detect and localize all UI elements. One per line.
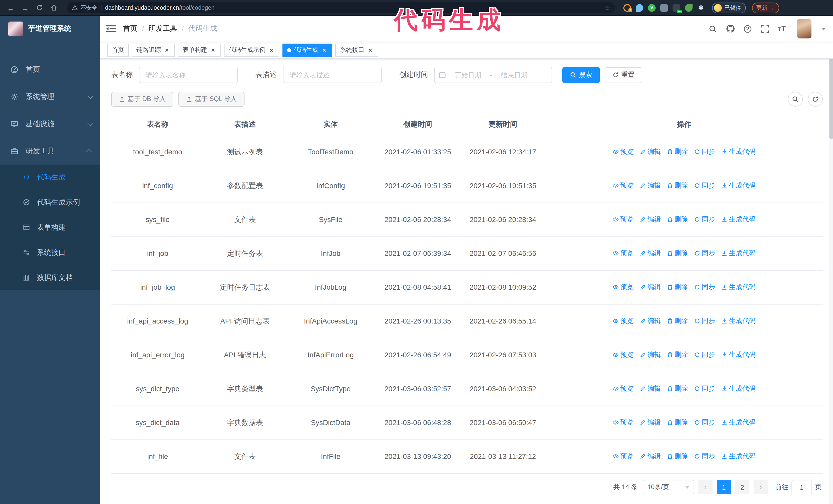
preview-link[interactable]: 预览 xyxy=(613,451,634,462)
generate-code-link[interactable]: 生成代码 xyxy=(721,146,756,157)
edit-link[interactable]: 编辑 xyxy=(640,316,661,326)
start-date-input[interactable] xyxy=(448,71,488,79)
next-page-button[interactable]: › xyxy=(754,480,768,494)
edit-link[interactable]: 编辑 xyxy=(640,350,661,360)
tab-form-builder[interactable]: 表单构建× xyxy=(178,43,221,57)
extension-icon-vue-devtools[interactable]: V xyxy=(648,4,656,11)
close-icon[interactable]: × xyxy=(321,47,328,53)
edit-link[interactable]: 编辑 xyxy=(640,282,661,292)
reload-icon[interactable] xyxy=(34,2,45,13)
delete-link[interactable]: 删除 xyxy=(667,214,688,225)
sidebar-item-system-api[interactable]: 系统接口 xyxy=(0,240,100,265)
table-desc-input[interactable] xyxy=(283,67,382,83)
generate-code-link[interactable]: 生成代码 xyxy=(721,350,756,360)
sync-link[interactable]: 同步 xyxy=(694,146,715,157)
date-range-picker[interactable]: - xyxy=(434,67,552,83)
help-icon[interactable] xyxy=(743,24,752,33)
tab-home[interactable]: 首页 xyxy=(107,43,129,57)
tab-system-api[interactable]: 系统接口× xyxy=(335,43,378,57)
page-button-1[interactable]: 1 xyxy=(717,480,731,494)
generate-code-link[interactable]: 生成代码 xyxy=(721,180,756,191)
scrollbar[interactable] xyxy=(829,16,833,504)
preview-link[interactable]: 预览 xyxy=(613,417,634,428)
page-size-select[interactable]: 10条/页 xyxy=(643,480,694,494)
home-icon[interactable] xyxy=(48,2,60,13)
delete-link[interactable]: 删除 xyxy=(667,451,688,462)
forward-icon[interactable]: → xyxy=(20,2,31,13)
page-button-2[interactable]: 2 xyxy=(735,480,749,494)
close-icon[interactable]: × xyxy=(164,47,170,53)
close-icon[interactable]: × xyxy=(367,47,374,53)
edit-link[interactable]: 编辑 xyxy=(640,383,661,394)
sidebar-item-codegen-example[interactable]: 代码生成示例 xyxy=(0,190,100,215)
delete-link[interactable]: 删除 xyxy=(667,282,688,292)
tab-codegen-example[interactable]: 代码生成示例× xyxy=(224,43,279,57)
import-db-button[interactable]: 基于 DB 导入 xyxy=(111,92,173,106)
sidebar-item-home[interactable]: 首页 xyxy=(0,56,100,83)
edit-link[interactable]: 编辑 xyxy=(640,180,661,191)
generate-code-link[interactable]: 生成代码 xyxy=(721,451,756,462)
reset-button[interactable]: 重置 xyxy=(605,67,642,83)
address-bar[interactable]: 不安全 dashboard.yudao.iocoder.cn/tool/code… xyxy=(67,2,615,13)
extension-icon-orange-ring[interactable]: 1 xyxy=(623,4,631,11)
prev-page-button[interactable]: ‹ xyxy=(698,480,713,494)
delete-link[interactable]: 删除 xyxy=(667,146,688,157)
bookmark-star-icon[interactable]: ☆ xyxy=(604,4,610,11)
sync-link[interactable]: 同步 xyxy=(694,180,715,191)
sidebar-item-db-doc[interactable]: 数据库文档 xyxy=(0,265,100,290)
sync-link[interactable]: 同步 xyxy=(694,214,715,225)
preview-link[interactable]: 预览 xyxy=(613,146,634,157)
tab-trace[interactable]: 链路追踪× xyxy=(132,43,175,57)
font-size-icon[interactable]: ᴛT xyxy=(778,25,786,33)
delete-link[interactable]: 删除 xyxy=(667,316,688,326)
edit-link[interactable]: 编辑 xyxy=(640,214,661,225)
import-sql-button[interactable]: 基于 SQL 导入 xyxy=(178,92,244,106)
sync-link[interactable]: 同步 xyxy=(694,451,715,462)
delete-link[interactable]: 删除 xyxy=(667,383,688,394)
preview-link[interactable]: 预览 xyxy=(613,282,634,292)
sync-link[interactable]: 同步 xyxy=(694,383,715,394)
app-logo-row[interactable]: 芋道管理系统 xyxy=(0,16,100,42)
caret-down-icon[interactable] xyxy=(822,27,826,30)
sync-link[interactable]: 同步 xyxy=(694,316,715,326)
generate-code-link[interactable]: 生成代码 xyxy=(721,248,756,259)
table-name-input[interactable] xyxy=(139,67,238,83)
security-warning[interactable]: 不安全 xyxy=(72,4,97,11)
close-icon[interactable]: × xyxy=(268,47,275,53)
generate-code-link[interactable]: 生成代码 xyxy=(721,417,756,428)
delete-link[interactable]: 删除 xyxy=(667,417,688,428)
delete-link[interactable]: 删除 xyxy=(667,180,688,191)
generate-code-link[interactable]: 生成代码 xyxy=(721,282,756,292)
end-date-input[interactable] xyxy=(494,71,534,79)
browser-update-button[interactable]: 更新 ⋮ xyxy=(752,2,779,13)
delete-link[interactable]: 删除 xyxy=(667,350,688,360)
refresh-table-button[interactable] xyxy=(808,92,823,106)
extension-icon-grey-cube[interactable] xyxy=(660,4,668,11)
preview-link[interactable]: 预览 xyxy=(613,383,634,394)
sync-link[interactable]: 同步 xyxy=(694,350,715,360)
avatar[interactable] xyxy=(797,19,811,39)
toggle-search-button[interactable] xyxy=(788,92,803,106)
generate-code-link[interactable]: 生成代码 xyxy=(721,214,756,225)
sidebar-item-devtools[interactable]: 研发工具 xyxy=(0,137,100,165)
sync-link[interactable]: 同步 xyxy=(694,248,715,259)
extension-icon-green-leaf[interactable] xyxy=(685,4,693,11)
sidebar-item-infra[interactable]: 基础设施 xyxy=(0,110,100,137)
breadcrumb-devtools[interactable]: 研发工具 xyxy=(148,24,177,33)
fullscreen-icon[interactable] xyxy=(760,24,770,33)
preview-link[interactable]: 预览 xyxy=(613,214,634,225)
close-icon[interactable]: × xyxy=(210,47,216,53)
generate-code-link[interactable]: 生成代码 xyxy=(721,316,756,326)
search-button[interactable]: 搜索 xyxy=(562,67,600,83)
browser-profile-chip[interactable]: 已暂停 xyxy=(712,2,746,13)
delete-link[interactable]: 删除 xyxy=(667,248,688,259)
edit-link[interactable]: 编辑 xyxy=(640,146,661,157)
tab-codegen[interactable]: 代码生成× xyxy=(282,43,332,57)
back-icon[interactable]: ← xyxy=(5,2,17,13)
search-icon[interactable] xyxy=(708,24,717,33)
sidebar-item-system[interactable]: 系统管理 xyxy=(0,83,100,110)
generate-code-link[interactable]: 生成代码 xyxy=(721,383,756,394)
hamburger-icon[interactable] xyxy=(106,25,116,33)
breadcrumb-home[interactable]: 首页 xyxy=(123,24,137,33)
extension-icon-blue-drop[interactable] xyxy=(636,4,643,11)
